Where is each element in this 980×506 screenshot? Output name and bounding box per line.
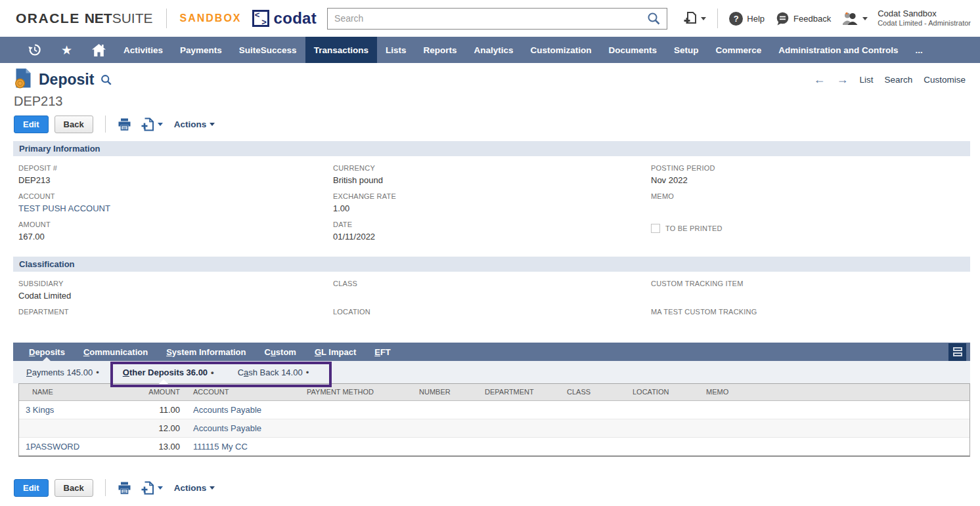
name-cell[interactable]: 1PASSWORD xyxy=(19,437,127,455)
actions-button[interactable]: Actions xyxy=(174,119,215,129)
quick-add-icon[interactable] xyxy=(683,11,706,26)
class-cell xyxy=(562,437,627,455)
nav-item-lists[interactable]: Lists xyxy=(377,37,415,63)
header-divider xyxy=(717,9,718,28)
help-menu[interactable]: ? Help xyxy=(729,12,770,26)
nav-item-setup[interactable]: Setup xyxy=(665,37,707,63)
edit-button-bottom[interactable]: Edit xyxy=(14,479,49,497)
currency-field: CURRENCY British pound xyxy=(333,164,651,186)
tab-eft[interactable]: EFT xyxy=(365,343,400,361)
location-cell xyxy=(627,400,701,419)
record-nav-links: ← → List Search Customise xyxy=(813,73,966,87)
user-icon xyxy=(842,11,859,26)
subtab-other-deposits[interactable]: Other Deposits 36.00• xyxy=(123,361,214,383)
list-link[interactable]: List xyxy=(859,75,873,85)
number-cell xyxy=(414,437,479,455)
nav-item-transactions[interactable]: Transactions xyxy=(305,37,377,63)
help-label: Help xyxy=(747,14,765,24)
home-icon[interactable] xyxy=(83,37,115,63)
add-record-icon[interactable] xyxy=(141,117,163,131)
record-search-icon[interactable] xyxy=(100,74,112,85)
shortcuts-star-icon[interactable]: ★ xyxy=(51,37,83,63)
top-header: ORACLE NETSUITE SANDBOX <> codat ? Help … xyxy=(0,0,980,37)
back-button[interactable]: Back xyxy=(55,116,93,133)
subtab-payments[interactable]: Payments 145.00• xyxy=(26,361,99,383)
department-field: DEPARTMENT xyxy=(18,308,333,330)
tab-communication[interactable]: Communication xyxy=(74,343,157,361)
deposit-record-icon xyxy=(14,68,32,91)
global-search xyxy=(327,8,667,30)
chevron-down-icon xyxy=(862,17,868,20)
tab-gl-impact[interactable]: GL Impact xyxy=(305,343,365,361)
role-menu[interactable] xyxy=(842,11,868,26)
to-be-printed-field: TO BE PRINTED xyxy=(651,224,970,233)
ma-test-custom-tracking-field: MA TEST CUSTOM TRACKING xyxy=(651,308,970,330)
add-record-icon[interactable] xyxy=(141,481,163,495)
search-link[interactable]: Search xyxy=(884,75,912,85)
amount-cell: 13.00 xyxy=(127,437,188,455)
date-field: DATE 01/11/2022 xyxy=(333,221,651,243)
memo-cell xyxy=(701,419,969,437)
classification-fields: SUBSIDIARY Codat Limited DEPARTMENT CLAS… xyxy=(18,280,970,336)
bottom-button-row: Edit Back Actions xyxy=(14,478,980,497)
chevron-down-icon xyxy=(210,123,215,126)
nav-item-suitesuccess[interactable]: SuiteSuccess xyxy=(231,37,305,63)
nav-item-more[interactable]: ... xyxy=(907,37,931,63)
subtab-cash-back[interactable]: Cash Back 14.00• xyxy=(238,361,309,383)
forward-arrow-icon[interactable]: → xyxy=(836,73,848,87)
account-cell[interactable]: 111115 My CC xyxy=(188,437,301,455)
tab-custom[interactable]: Custom xyxy=(256,343,305,361)
customise-link[interactable]: Customise xyxy=(924,75,966,85)
class-field: CLASS xyxy=(333,280,651,302)
print-icon[interactable] xyxy=(118,481,131,495)
tab-deposits[interactable]: Deposits xyxy=(20,343,74,361)
global-search-input[interactable] xyxy=(334,13,647,24)
name-cell[interactable]: 3 Kings xyxy=(19,400,127,419)
tab-system-information[interactable]: System Information xyxy=(157,343,255,361)
to-be-printed-checkbox xyxy=(651,224,660,233)
payment-method-cell xyxy=(301,400,414,419)
deposits-subtabbar: Payments 145.00• Other Deposits 36.00• C… xyxy=(13,361,970,383)
nav-item-activities[interactable]: Activities xyxy=(115,37,171,63)
subsidiary-field: SUBSIDIARY Codat Limited xyxy=(18,280,333,302)
nav-item-documents[interactable]: Documents xyxy=(600,37,665,63)
memo-cell xyxy=(701,437,969,455)
back-button-bottom[interactable]: Back xyxy=(55,479,93,497)
feedback-menu[interactable]: Feedback xyxy=(776,12,836,26)
nav-item-commerce[interactable]: Commerce xyxy=(707,37,770,63)
print-icon[interactable] xyxy=(118,117,131,131)
nav-item-analytics[interactable]: Analytics xyxy=(465,37,522,63)
codat-logo-text: codat xyxy=(274,9,317,28)
sandbox-badge: SANDBOX xyxy=(180,12,242,24)
account-link[interactable]: TEST PUSH ACCOUNT xyxy=(18,203,333,215)
amount-cell: 12.00 xyxy=(127,419,188,437)
oracle-netsuite-logo: ORACLE NETSUITE xyxy=(16,11,153,26)
custom-tracking-item-field: CUSTOM TRACKING ITEM xyxy=(651,280,970,302)
nav-item-reports[interactable]: Reports xyxy=(414,37,465,63)
account-cell[interactable]: Accounts Payable xyxy=(188,400,301,419)
account-field: ACCOUNT TEST PUSH ACCOUNT xyxy=(18,192,333,215)
class-cell xyxy=(562,400,627,419)
memo-cell xyxy=(701,400,969,419)
edit-button[interactable]: Edit xyxy=(14,116,49,133)
back-arrow-icon[interactable]: ← xyxy=(813,73,825,87)
history-icon[interactable] xyxy=(18,37,51,63)
location-field: LOCATION xyxy=(333,308,651,330)
primary-information-fields: DEPOSIT # DEP213 ACCOUNT TEST PUSH ACCOU… xyxy=(18,164,970,249)
search-icon[interactable] xyxy=(647,12,660,25)
oracle-logo-text: ORACLE xyxy=(16,11,80,26)
feedback-icon xyxy=(776,12,790,26)
nav-item-payments[interactable]: Payments xyxy=(171,37,231,63)
account-role: Codat Limited - Administrator xyxy=(878,19,971,28)
department-cell xyxy=(479,419,562,437)
account-name: Codat Sandbox xyxy=(878,9,971,19)
nav-item-customization[interactable]: Customization xyxy=(522,37,600,63)
nav-item-administration-and-controls[interactable]: Administration and Controls xyxy=(770,37,906,63)
toggle-subtab-view-icon[interactable] xyxy=(948,343,966,361)
actions-button-bottom[interactable]: Actions xyxy=(174,483,215,493)
codat-logo: <> codat xyxy=(252,9,317,28)
account-cell[interactable]: Accounts Payable xyxy=(188,419,301,437)
number-cell xyxy=(414,419,479,437)
memo-field: MEMO xyxy=(651,192,970,215)
payment-method-cell xyxy=(301,437,414,455)
